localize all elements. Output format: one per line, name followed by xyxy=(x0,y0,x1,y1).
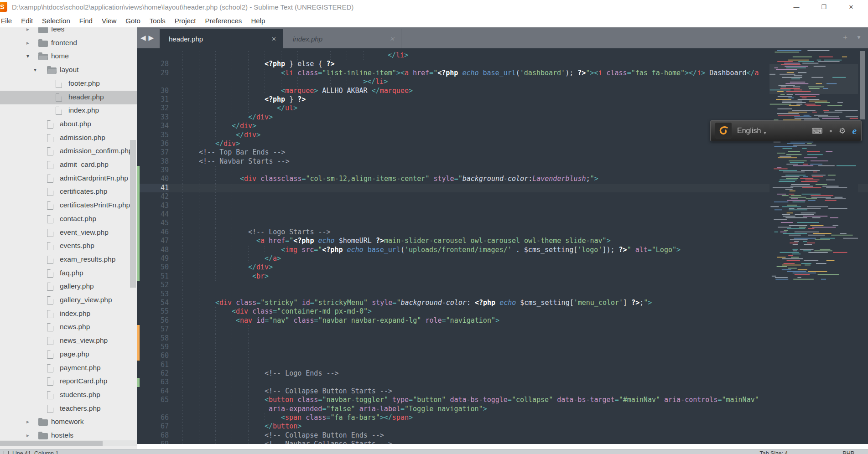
code-line-66[interactable]: 66<span class="fa fa-bars"></span> xyxy=(137,413,868,422)
code-line-52[interactable]: 52 xyxy=(137,281,868,289)
collapse-arrow-icon[interactable]: ▾ xyxy=(34,67,36,73)
sidebar-item-about-php[interactable]: about.php xyxy=(0,118,137,131)
code-line-68[interactable]: 68<!-- Collapse Button Ends --> xyxy=(137,431,868,440)
new-tab-icon[interactable]: ＋ xyxy=(842,33,849,42)
code-editor[interactable]: </li>28<?php } else { ?>29<li class="lis… xyxy=(137,48,868,444)
sidebar-horizontal-scrollbar[interactable] xyxy=(0,440,137,446)
code-line-31[interactable]: 31<?php } ?> xyxy=(137,95,868,104)
tab-size-indicator[interactable]: Tab Size: 4 xyxy=(759,450,788,454)
sidebar-item-admission-php[interactable]: admission.php xyxy=(0,131,137,145)
scrollbar-thumb[interactable] xyxy=(0,441,103,446)
sidebar-item-events-php[interactable]: events.php xyxy=(0,239,137,253)
code-line-45[interactable]: 45 xyxy=(137,219,868,227)
code-line-32[interactable]: 32</ul> xyxy=(137,104,868,113)
code-line-wrap[interactable]: aria-expanded="false" aria-label="Toggle… xyxy=(137,405,868,413)
sidebar-item-gallery_view-php[interactable]: gallery_view.php xyxy=(0,294,137,307)
syntax-indicator[interactable]: PHP xyxy=(842,450,854,454)
menu-edit[interactable]: Edit xyxy=(16,17,37,25)
sidebar-vertical-scrollbar[interactable] xyxy=(130,140,136,288)
code-line-38[interactable]: 38<!-- Navbar Starts --> xyxy=(137,157,868,166)
menu-find[interactable]: Find xyxy=(75,17,97,25)
code-line-wrap[interactable]: </li> xyxy=(137,51,868,60)
tab-history-forward-icon[interactable]: ▶ xyxy=(149,34,154,42)
sidebar-item-exam_results-php[interactable]: exam_results.php xyxy=(0,253,137,267)
menu-file[interactable]: File xyxy=(0,17,16,25)
sidebar-item-certificates-php[interactable]: certificates.php xyxy=(0,185,137,199)
code-line-59[interactable]: 59 xyxy=(137,343,868,351)
code-line-43[interactable]: 43 xyxy=(137,201,868,210)
ime-keyboard-icon[interactable] xyxy=(715,123,732,139)
code-line-64[interactable]: 64<!-- Collapse Button Starts --> xyxy=(137,387,868,396)
language-label[interactable]: English xyxy=(737,127,761,135)
settings-gear-icon[interactable]: ⚙ xyxy=(839,126,846,136)
code-line-63[interactable]: 63 xyxy=(137,378,868,387)
sidebar-item-students-php[interactable]: students.php xyxy=(0,388,137,402)
code-line-57[interactable]: 57 xyxy=(137,325,868,334)
code-line-67[interactable]: 67</button> xyxy=(137,422,868,431)
code-line-46[interactable]: 46<!-- Logo Starts --> xyxy=(137,228,868,237)
code-line-51[interactable]: 51<br> xyxy=(137,272,868,281)
windows-language-bar[interactable]: English ▾ ⌨ ● ⚙ e xyxy=(710,120,862,141)
sidebar-item-reportCard-php[interactable]: reportCard.php xyxy=(0,375,137,388)
code-line-42[interactable]: 42 xyxy=(137,192,868,201)
menu-view[interactable]: View xyxy=(97,17,121,25)
badge-icon[interactable]: ● xyxy=(829,128,832,134)
code-line-58[interactable]: 58 xyxy=(137,334,868,343)
sidebar-item-page-php[interactable]: page.php xyxy=(0,348,137,361)
tab-overflow-icon[interactable]: ▼ xyxy=(856,34,862,42)
minimap-viewport[interactable] xyxy=(769,64,858,94)
sidebar-item-admission_confirm-php[interactable]: admission_confirm.php xyxy=(0,144,137,158)
close-tab-icon[interactable]: ✕ xyxy=(390,36,395,42)
expand-arrow-icon[interactable]: ▸ xyxy=(26,418,29,425)
sidebar-item-layout[interactable]: ▾layout xyxy=(0,63,137,77)
sidebar-item-admitCardprintFn-php[interactable]: admitCardprintFn.php xyxy=(0,172,137,186)
sidebar-item-faq-php[interactable]: faq.php xyxy=(0,267,137,280)
code-line-28[interactable]: 28<?php } else { ?> xyxy=(137,60,868,68)
collapse-arrow-icon[interactable]: ▾ xyxy=(26,53,29,59)
sidebar-item-event_view-php[interactable]: event_view.php xyxy=(0,226,137,240)
code-line-48[interactable]: 48<img src="<?php echo base_url('uploads… xyxy=(137,246,868,254)
code-line-49[interactable]: 49</a> xyxy=(137,254,868,263)
code-line-37[interactable]: 37<!-- Top Bar Ends --> xyxy=(137,148,868,157)
code-line-56[interactable]: 56<nav id="nav" class="navbar navbar-exp… xyxy=(137,316,868,325)
editor-vertical-scrollbar[interactable] xyxy=(860,51,865,119)
code-line-54[interactable]: 54<div class="stricky" id="strickyMenu" … xyxy=(137,299,868,307)
browser-icon[interactable]: e xyxy=(852,125,857,137)
code-line-39[interactable]: 39 xyxy=(137,166,868,175)
sidebar-item-frontend[interactable]: ▸frontend xyxy=(0,36,137,50)
sidebar-item-homework[interactable]: ▸homework xyxy=(0,415,137,429)
sidebar-item-contact-php[interactable]: contact.php xyxy=(0,212,137,226)
sidebar-item-footer-php[interactable]: footer.php xyxy=(0,77,137,91)
sidebar-item-index-php[interactable]: index.php xyxy=(0,307,137,321)
code-line-wrap[interactable]: ></li> xyxy=(137,77,868,86)
keyboard-icon[interactable]: ⌨ xyxy=(811,126,823,136)
code-line-47[interactable]: 47<a href="<?php echo $homeURL ?>main-sl… xyxy=(137,237,868,245)
code-line-29[interactable]: 29<li class="list-inline-item"><a href="… xyxy=(137,69,868,77)
maximize-button[interactable]: ❐ xyxy=(813,0,834,14)
code-line-69[interactable]: 69<!-- Navbar Collapse Starts --> xyxy=(137,440,868,444)
code-line-44[interactable]: 44 xyxy=(137,210,868,219)
sidebar-item-header-php[interactable]: header.php xyxy=(0,91,137,104)
code-line-50[interactable]: 50</div> xyxy=(137,263,868,272)
code-line-61[interactable]: 61 xyxy=(137,361,868,369)
menu-goto[interactable]: Goto xyxy=(121,17,145,25)
menu-help[interactable]: Help xyxy=(246,17,270,25)
sidebar-item-teachers-php[interactable]: teachers.php xyxy=(0,402,137,416)
expand-arrow-icon[interactable]: ▸ xyxy=(26,27,29,32)
sidebar-item-index-php[interactable]: index.php xyxy=(0,104,137,118)
close-tab-icon[interactable]: ✕ xyxy=(271,36,276,42)
close-button[interactable]: ✕ xyxy=(841,0,862,14)
sidebar-item-news_view-php[interactable]: news_view.php xyxy=(0,334,137,348)
tab-history-back-icon[interactable]: ◀ xyxy=(140,34,146,42)
sidebar-item-payment-php[interactable]: payment.php xyxy=(0,361,137,375)
code-line-41[interactable]: 41 xyxy=(137,184,868,192)
code-line-40[interactable]: 40<div classclass="col-sm-12,align-items… xyxy=(137,175,868,183)
expand-arrow-icon[interactable]: ▸ xyxy=(26,432,29,439)
menu-selection[interactable]: Selection xyxy=(37,17,75,25)
code-line-55[interactable]: 55<div class="container-md px-md-0"> xyxy=(137,307,868,316)
menu-preferences[interactable]: Preferences xyxy=(200,17,246,25)
menu-project[interactable]: Project xyxy=(170,17,201,25)
minimize-button[interactable]: — xyxy=(786,0,807,14)
sidebar-item-gallery-php[interactable]: gallery.php xyxy=(0,280,137,294)
tab-index-php[interactable]: index.php ✕ xyxy=(284,29,401,48)
